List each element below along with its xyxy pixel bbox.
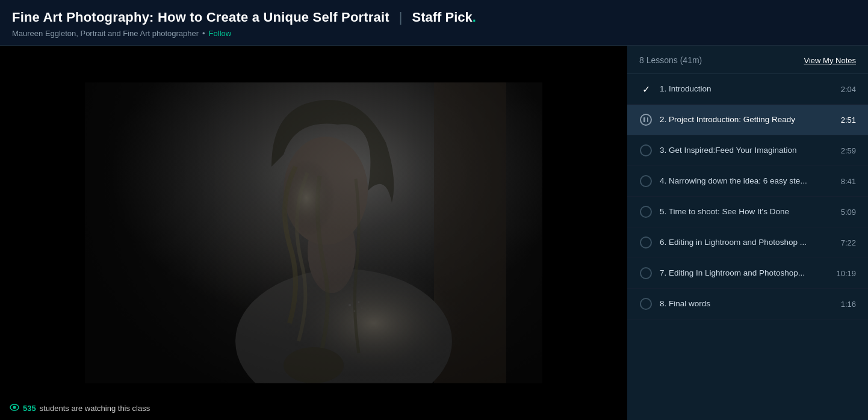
- svg-point-12: [284, 347, 344, 383]
- page-header: Fine Art Photography: How to Create a Un…: [0, 0, 868, 46]
- lesson-title-2: 2. Project Introduction: Getting Ready: [660, 114, 835, 125]
- staff-pick-dot: .: [473, 10, 476, 25]
- lesson-icon-1: ✓: [639, 82, 653, 96]
- lesson-number-circle: [640, 144, 652, 156]
- lesson-icon-4: [639, 174, 653, 188]
- lesson-icon-5: [639, 205, 653, 218]
- lesson-duration-6: 7:22: [841, 238, 856, 247]
- lesson-item-4[interactable]: 4. Narrowing down the idea: 6 easy ste..…: [627, 166, 868, 197]
- lesson-icon-6: [639, 236, 653, 249]
- lesson-item-6[interactable]: 6. Editing in Lightroom and Photoshop ..…: [627, 227, 868, 258]
- author-row: Maureen Eggleton, Portrait and Fine Art …: [12, 29, 856, 38]
- lesson-number-circle: [640, 267, 652, 279]
- lesson-number-circle: [640, 206, 652, 218]
- pause-icon: [640, 114, 652, 126]
- lessons-panel: 8 Lessons (41m) View My Notes ✓1. Introd…: [627, 46, 868, 420]
- lesson-duration-3: 2:59: [841, 146, 856, 155]
- lesson-title-1: 1. Introduction: [660, 84, 835, 94]
- lesson-item-8[interactable]: 8. Final words1:16: [627, 289, 868, 320]
- lesson-title-8: 8. Final words: [660, 298, 835, 309]
- svg-point-14: [13, 406, 16, 409]
- svg-point-7: [277, 155, 350, 251]
- student-count: 535: [23, 404, 36, 413]
- lesson-item-3[interactable]: 3. Get Inspired:Feed Your Imagination2:5…: [627, 135, 868, 166]
- staff-pick-label: Staff Pick.: [412, 10, 476, 25]
- follow-button[interactable]: Follow: [209, 29, 232, 38]
- pause-bar-1: [643, 117, 645, 122]
- lesson-item-2[interactable]: 2. Project Introduction: Getting Ready2:…: [627, 105, 868, 135]
- title-divider: |: [399, 10, 403, 25]
- lesson-title-3: 3. Get Inspired:Feed Your Imagination: [660, 145, 835, 156]
- author-name: Maureen Eggleton, Portrait and Fine Art …: [12, 29, 199, 38]
- lessons-list: ✓1. Introduction2:04 2. Project Introduc…: [627, 74, 868, 320]
- video-player[interactable]: [85, 82, 542, 383]
- lesson-number-circle: [640, 298, 652, 310]
- video-frame: [85, 82, 542, 383]
- course-title: Fine Art Photography: How to Create a Un…: [12, 10, 389, 25]
- lessons-header: 8 Lessons (41m) View My Notes: [627, 46, 868, 74]
- lesson-duration-1: 2:04: [841, 85, 856, 94]
- title-row: Fine Art Photography: How to Create a Un…: [12, 10, 856, 25]
- video-section[interactable]: 535 students are watching this class: [0, 46, 627, 420]
- svg-point-8: [349, 304, 351, 306]
- view-notes-link[interactable]: View My Notes: [804, 56, 856, 65]
- lesson-duration-5: 5:09: [841, 208, 856, 217]
- lessons-count: 8 Lessons (41m): [639, 55, 702, 65]
- svg-point-10: [354, 310, 356, 312]
- lesson-duration-7: 10:19: [836, 269, 856, 278]
- lesson-title-7: 7. Editing In Lightroom and Photoshop...: [660, 268, 830, 279]
- video-bottom-bar: 535 students are watching this class: [10, 403, 150, 413]
- lesson-item-5[interactable]: 5. Time to shoot: See How It's Done5:09: [627, 197, 868, 227]
- svg-point-11: [361, 307, 362, 309]
- lesson-title-4: 4. Narrowing down the idea: 6 easy ste..…: [660, 176, 835, 187]
- lesson-duration-2: 2:51: [841, 116, 856, 125]
- lesson-number-circle: [640, 236, 652, 249]
- lesson-icon-7: [639, 267, 653, 280]
- students-watching-text: students are watching this class: [40, 404, 150, 413]
- bullet-separator: •: [202, 29, 205, 38]
- lesson-title-5: 5. Time to shoot: See How It's Done: [660, 206, 835, 217]
- lesson-item-7[interactable]: 7. Editing In Lightroom and Photoshop...…: [627, 258, 868, 289]
- lesson-icon-8: [639, 297, 653, 310]
- lesson-duration-8: 1:16: [841, 300, 856, 309]
- svg-point-9: [358, 301, 360, 303]
- lesson-icon-3: [639, 144, 653, 157]
- pause-bar-2: [647, 117, 649, 122]
- lesson-item-1[interactable]: ✓1. Introduction2:04: [627, 74, 868, 105]
- lesson-number-circle: [640, 175, 652, 187]
- lesson-title-6: 6. Editing in Lightroom and Photoshop ..…: [660, 237, 835, 248]
- lesson-icon-2: [639, 113, 653, 126]
- check-icon: ✓: [642, 84, 650, 95]
- eye-icon: [10, 403, 19, 413]
- main-content: 535 students are watching this class 8 L…: [0, 46, 868, 420]
- lesson-duration-4: 8:41: [841, 177, 856, 186]
